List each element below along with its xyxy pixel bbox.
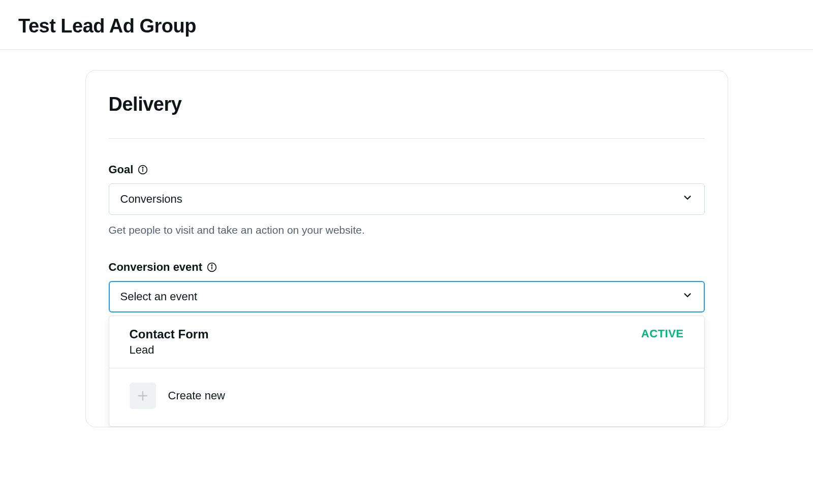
goal-helper-text: Get people to visit and take an action o… [109, 224, 705, 236]
plus-icon [130, 383, 156, 409]
chevron-down-icon [682, 290, 693, 304]
option-title: Contact Form [130, 327, 641, 341]
svg-point-2 [143, 167, 144, 168]
create-new-label: Create new [168, 389, 226, 402]
conversion-event-field-group: Conversion event Select an event [109, 261, 705, 427]
create-new-option[interactable]: Create new [109, 368, 704, 426]
conversion-event-label: Conversion event [109, 261, 203, 274]
option-subtitle: Lead [130, 343, 641, 357]
goal-selected-value: Conversions [120, 193, 182, 206]
chevron-down-icon [682, 192, 693, 206]
dropdown-option[interactable]: Contact Form Lead ACTIVE [109, 316, 704, 368]
goal-label: Goal [109, 163, 134, 176]
goal-field-group: Goal Conversions Get people to visit and… [109, 163, 705, 236]
conversion-event-placeholder: Select an event [120, 290, 198, 303]
delivery-card: Delivery Goal Conversions Get peop [85, 70, 728, 427]
info-icon[interactable] [137, 164, 148, 175]
delivery-section-title: Delivery [109, 93, 705, 115]
info-icon[interactable] [206, 262, 217, 273]
goal-select[interactable]: Conversions [109, 183, 705, 215]
conversion-event-select[interactable]: Select an event [109, 281, 705, 312]
conversion-event-dropdown: Contact Form Lead ACTIVE Create new [109, 316, 705, 427]
divider [109, 138, 705, 139]
svg-point-5 [211, 265, 212, 266]
page-title: Test Lead Ad Group [18, 15, 795, 37]
status-badge: ACTIVE [641, 327, 684, 340]
